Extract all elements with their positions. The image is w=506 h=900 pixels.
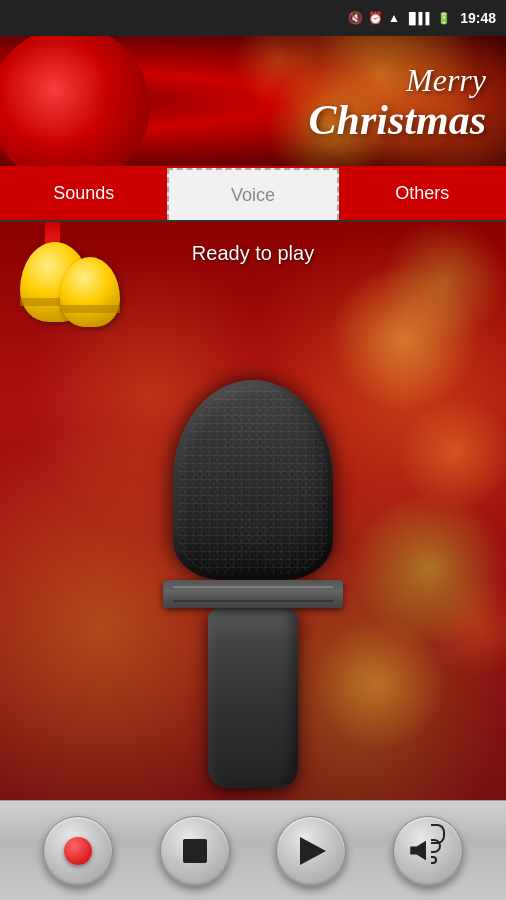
speaker-icon	[410, 838, 445, 864]
mic-body	[208, 608, 298, 788]
bell-2	[60, 257, 120, 327]
signal-icon: ▐▌▌▌	[405, 12, 432, 24]
stop-icon	[183, 839, 207, 863]
speaker-body	[410, 841, 426, 861]
clock: 19:48	[460, 10, 496, 26]
mic-head	[173, 380, 333, 580]
play-button[interactable]	[276, 816, 346, 886]
tab-sounds[interactable]: Sounds	[0, 166, 167, 220]
main-content: Ready to play	[0, 222, 506, 800]
alarm-icon: ⏰	[368, 11, 383, 25]
christmas-text: Christmas	[309, 99, 486, 141]
tabs-bar: Sounds Voice Others	[0, 166, 506, 222]
status-bar: 🔇 ⏰ ▲ ▐▌▌▌ 🔋 19:48	[0, 0, 506, 36]
ready-to-play-text: Ready to play	[0, 242, 506, 265]
header-title: Merry Christmas	[309, 62, 506, 141]
tab-voice[interactable]: Voice	[167, 168, 338, 220]
status-icons: 🔇 ⏰ ▲ ▐▌▌▌ 🔋 19:48	[348, 10, 496, 26]
speaker-button[interactable]	[393, 816, 463, 886]
record-icon	[64, 837, 92, 865]
microphone	[153, 380, 353, 800]
record-button[interactable]	[43, 816, 113, 886]
wave-small	[431, 856, 437, 864]
speaker-waves	[431, 838, 445, 864]
play-icon	[300, 837, 326, 865]
merry-text: Merry	[309, 62, 486, 99]
tab-others[interactable]: Others	[339, 166, 506, 220]
battery-icon: 🔋	[437, 12, 451, 25]
stop-button[interactable]	[160, 816, 230, 886]
bottom-controls	[0, 800, 506, 900]
mute-icon: 🔇	[348, 11, 363, 25]
mic-band	[163, 580, 343, 608]
mic-mesh	[178, 385, 328, 575]
wifi-icon: ▲	[388, 11, 400, 25]
header-banner: Merry Christmas	[0, 36, 506, 166]
